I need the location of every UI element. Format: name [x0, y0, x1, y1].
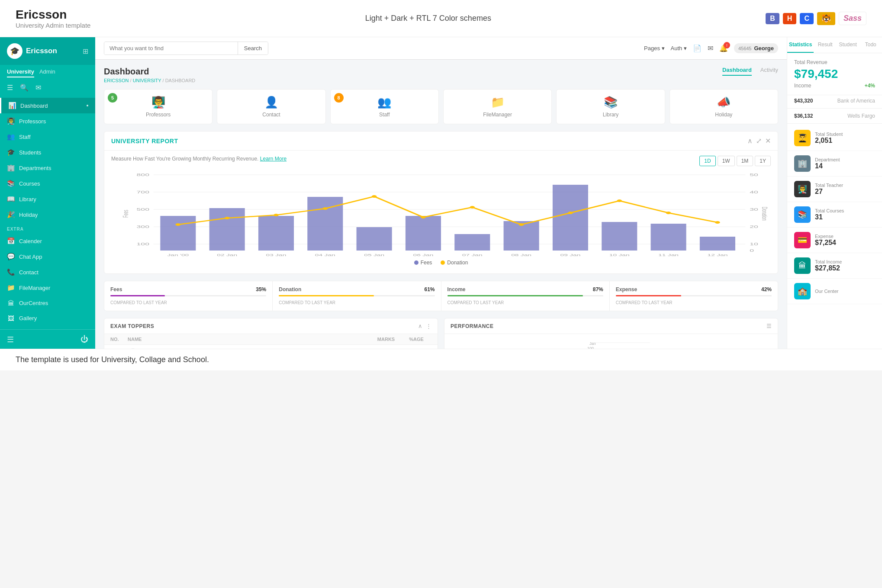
exam-collapse-icon[interactable]: ∧ [418, 323, 422, 329]
chart-title: UNIVERSITY REPORT [111, 138, 178, 145]
chart-body: Measure How Fast You're Growing Monthly … [104, 151, 778, 273]
teacher-label: Total Teacher [815, 183, 875, 188]
contact-icon: 📞 [7, 268, 15, 276]
dashboard-icon: 📊 [8, 102, 16, 109]
mail-icon[interactable]: ✉ [35, 84, 41, 92]
nav-item-holiday[interactable]: 🎉 Holiday [0, 207, 95, 222]
donation-label: Donation [447, 260, 468, 266]
bank-row-2: $36,132 Wells Fargo [787, 110, 882, 122]
student-label: Total Student [815, 132, 875, 137]
nav-item-students[interactable]: 🎓 Students [0, 145, 95, 160]
filemanager-quick-icon: 📁 [491, 96, 505, 109]
search-button[interactable]: Search [238, 42, 268, 55]
right-tab-student[interactable]: Student [837, 37, 859, 53]
revenue-label: Total Revenue [794, 59, 875, 65]
department-icon: 🏢 [794, 155, 811, 172]
right-tab-todo[interactable]: Todo [859, 37, 882, 53]
nav-item-gallery[interactable]: 🖼 Gallery [0, 311, 95, 326]
quick-card-contact[interactable]: 👤 Contact [217, 89, 325, 124]
nav-bell-icon[interactable]: 🔔! [719, 44, 728, 52]
donation-dot-11 [666, 212, 671, 214]
sidebar-tabs: University Admin [0, 65, 95, 81]
chart-close-btn[interactable]: ✕ [765, 137, 771, 145]
time-btn-1d[interactable]: 1D [699, 156, 715, 166]
svg-text:700: 700 [137, 190, 150, 194]
departments-icon: 🏢 [7, 164, 15, 172]
nav-item-calender[interactable]: 📅 Calender [0, 233, 95, 249]
right-tabs: Statistics Result Student Todo [787, 37, 882, 53]
time-btn-1y[interactable]: 1Y [755, 156, 771, 166]
exam-menu-icon[interactable]: ⋮ [426, 323, 431, 329]
quick-card-holiday[interactable]: 📣 Holiday [670, 89, 778, 124]
legend-fees: Fees [414, 260, 432, 266]
revenue-meta: Income +4% [794, 83, 875, 89]
nav-auth[interactable]: Auth ▾ [671, 45, 687, 51]
col-no-header: NO. [110, 337, 128, 342]
learn-more-link[interactable]: Learn More [260, 156, 286, 162]
bar-fees-12 [700, 237, 735, 251]
staff-quick-label: Staff [379, 112, 389, 118]
menu-bottom-icon[interactable]: ☰ [7, 335, 14, 344]
sidebar-tab-university[interactable]: University [7, 68, 34, 77]
breadcrumb-ericsson[interactable]: ERICSSON [104, 78, 129, 83]
search-sidebar-icon[interactable]: 🔍 [20, 84, 29, 92]
extra-section-label: EXTRA [0, 222, 95, 233]
chart-svg: 800 700 500 300 100 50 40 30 20 10 [111, 170, 771, 257]
library-quick-label: Library [603, 112, 619, 118]
breadcrumb-university[interactable]: UNIVERSITY [133, 78, 161, 83]
library-quick-icon: 📚 [604, 96, 618, 109]
stat-donation-bar [279, 295, 435, 296]
grid-icon[interactable]: ⊞ [83, 47, 88, 55]
search-input[interactable] [104, 42, 238, 55]
exam-header: EXAM TOPPERS ∧ ⋮ [104, 318, 438, 334]
legend-donation: Donation [441, 260, 468, 266]
nav-item-ourcentres[interactable]: 🏛 OurCentres [0, 296, 95, 311]
nav-item-dashboard[interactable]: 📊 Dashboard [0, 98, 95, 113]
row-name: 45645 Merri Diamond Science [128, 348, 371, 349]
list-icon[interactable]: ☰ [7, 84, 13, 92]
time-btn-1m[interactable]: 1M [737, 156, 753, 166]
tab-activity[interactable]: Activity [760, 67, 778, 76]
revenue-income-label: Income [794, 83, 811, 89]
nav-item-courses[interactable]: 📚 Courses [0, 176, 95, 191]
right-tab-statistics[interactable]: Statistics [787, 37, 814, 53]
department-value: 14 [815, 162, 875, 170]
col-pct-header: %AGE [401, 337, 431, 342]
chart-expand-btn[interactable]: ⤢ [756, 137, 762, 145]
quick-card-filemanager[interactable]: 📁 FileManager [443, 89, 552, 124]
bar-fees-3 [258, 216, 294, 251]
perf-menu-icon[interactable]: ☰ [766, 323, 772, 329]
quick-card-library[interactable]: 📚 Library [556, 89, 665, 124]
col-name-header: NAME [128, 337, 371, 342]
courses-label: Total Courses [815, 208, 875, 213]
nav-doc-icon[interactable]: 📄 [693, 44, 702, 52]
nav-item-staff[interactable]: 👥 Staff [0, 129, 95, 145]
breadcrumb-dashboard: DASHBOARD [165, 78, 196, 83]
quick-card-staff[interactable]: 8 👥 Staff [330, 89, 439, 124]
app-wrapper: Ericsson University Admin template Light… [0, 0, 882, 370]
quick-card-professors[interactable]: 5 👨‍🏫 Professors [104, 89, 212, 124]
nav-mail-icon[interactable]: ✉ [708, 44, 713, 52]
power-icon[interactable]: ⏻ [80, 335, 88, 344]
sidebar-tab-admin[interactable]: Admin [39, 68, 55, 77]
nav-item-contact[interactable]: 📞 Contact [0, 264, 95, 280]
right-tab-result[interactable]: Result [814, 37, 837, 53]
tab-dashboard[interactable]: Dashboard [722, 67, 752, 76]
courses-info: Total Courses 31 [815, 208, 875, 221]
nav-pages[interactable]: Pages ▾ [644, 45, 664, 51]
stat-income-bar [447, 295, 603, 296]
chart-collapse-btn[interactable]: ∧ [747, 137, 753, 145]
nav-item-library[interactable]: 📖 Library [0, 191, 95, 207]
time-btn-1w[interactable]: 1W [718, 156, 735, 166]
staff-icon: 👥 [7, 133, 15, 141]
user-chip[interactable]: 45645 George [734, 43, 778, 53]
nav-item-chat[interactable]: 💬 Chat App [0, 249, 95, 264]
stat-donation-pct: 61% [424, 286, 435, 292]
top-nav: Search Pages ▾ Auth ▾ 📄 ✉ 🔔! 45645 Georg… [95, 37, 787, 60]
svg-text:50: 50 [750, 173, 758, 177]
nav-item-filemanager[interactable]: 📁 FileManager [0, 280, 95, 296]
nav-item-departments[interactable]: 🏢 Departments [0, 160, 95, 176]
nav-item-professors[interactable]: 👨‍🏫 Professors [0, 113, 95, 129]
stat-income-fill [447, 295, 583, 296]
nav-label-courses: Courses [19, 180, 40, 187]
